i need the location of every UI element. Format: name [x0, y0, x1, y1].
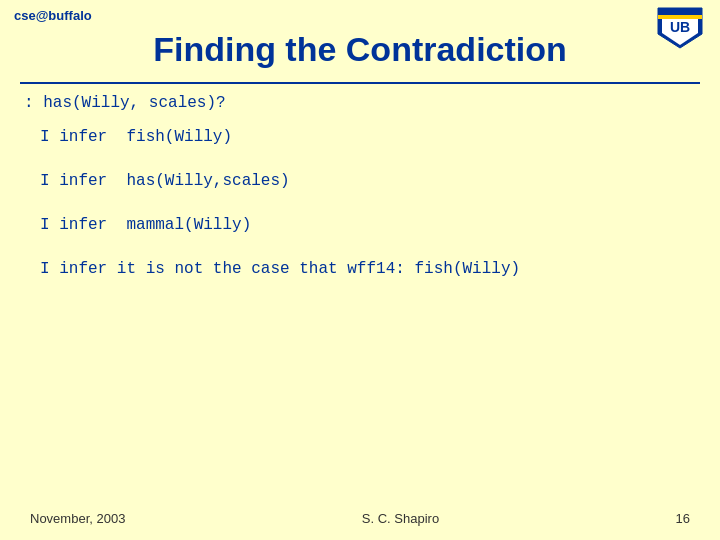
cse-logo: cse@buffalo — [14, 8, 92, 24]
footer-author: S. C. Shapiro — [362, 511, 439, 526]
page-title: Finding the Contradiction — [0, 30, 720, 69]
title-divider — [20, 82, 700, 84]
query-line: : has(Willy, scales)? — [24, 94, 226, 112]
footer-date: November, 2003 — [30, 511, 125, 526]
infer-line-1: I infer fish(Willy) — [40, 128, 520, 146]
infer-line-3: I infer mammal(Willy) — [40, 216, 520, 234]
footer-page: 16 — [676, 511, 690, 526]
footer: November, 2003 S. C. Shapiro 16 — [0, 511, 720, 526]
infer-line-4: I infer it is not the case that wff14: f… — [40, 260, 520, 278]
slide: cse@buffalo UB Finding the Contradiction… — [0, 0, 720, 540]
infer-line-2: I infer has(Willy,scales) — [40, 172, 520, 190]
inference-block: I infer fish(Willy) I infer has(Willy,sc… — [40, 128, 520, 278]
svg-rect-4 — [658, 15, 702, 19]
svg-rect-3 — [658, 8, 702, 15]
